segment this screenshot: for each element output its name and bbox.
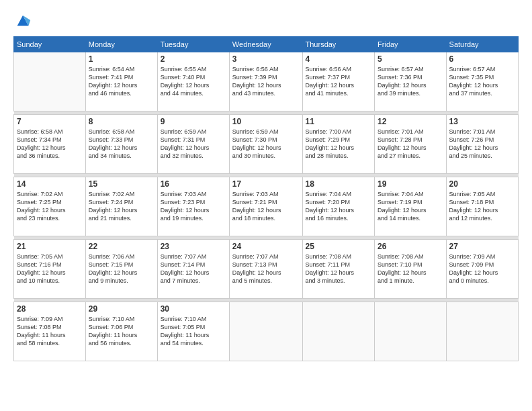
day-number: 15 [89, 179, 154, 189]
calendar-cell: 28Sunrise: 7:09 AMSunset: 7:08 PMDayligh… [14, 302, 86, 361]
calendar-cell: 17Sunrise: 7:03 AMSunset: 7:21 PMDayligh… [229, 177, 302, 236]
day-header-wednesday: Wednesday [229, 37, 302, 52]
page-header [13, 11, 519, 30]
day-info: Sunrise: 6:57 AMSunset: 7:35 PMDaylight:… [449, 65, 515, 98]
calendar-cell [14, 52, 86, 111]
calendar-cell [446, 302, 518, 361]
day-number: 10 [232, 117, 300, 126]
day-info: Sunrise: 7:08 AMSunset: 7:10 PMDaylight:… [378, 253, 443, 285]
calendar-cell: 20Sunrise: 7:05 AMSunset: 7:18 PMDayligh… [446, 177, 518, 236]
calendar-cell: 23Sunrise: 7:07 AMSunset: 7:14 PMDayligh… [157, 240, 229, 299]
calendar-cell: 3Sunrise: 6:56 AMSunset: 7:39 PMDaylight… [229, 52, 302, 111]
day-info: Sunrise: 7:02 AMSunset: 7:24 PMDaylight:… [89, 190, 154, 223]
day-number: 25 [306, 242, 372, 251]
day-info: Sunrise: 7:02 AMSunset: 7:25 PMDaylight:… [17, 190, 83, 223]
day-number: 4 [306, 54, 372, 64]
day-number: 5 [378, 54, 443, 64]
day-info: Sunrise: 7:05 AMSunset: 7:16 PMDaylight:… [17, 253, 83, 285]
calendar-table: SundayMondayTuesdayWednesdayThursdayFrid… [13, 36, 519, 361]
day-info: Sunrise: 7:07 AMSunset: 7:13 PMDaylight:… [232, 253, 300, 285]
calendar-cell [229, 302, 302, 361]
day-number: 12 [378, 117, 443, 126]
day-number: 17 [232, 179, 300, 189]
day-info: Sunrise: 7:04 AMSunset: 7:19 PMDaylight:… [378, 190, 443, 223]
calendar-cell [375, 302, 447, 361]
day-info: Sunrise: 7:03 AMSunset: 7:23 PMDaylight:… [161, 190, 226, 223]
day-info: Sunrise: 6:57 AMSunset: 7:36 PMDaylight:… [378, 65, 443, 98]
day-info: Sunrise: 7:05 AMSunset: 7:18 PMDaylight:… [449, 190, 515, 223]
day-info: Sunrise: 6:56 AMSunset: 7:37 PMDaylight:… [306, 65, 372, 98]
day-number: 26 [378, 242, 443, 251]
day-number: 30 [161, 304, 226, 314]
calendar-cell: 25Sunrise: 7:08 AMSunset: 7:11 PMDayligh… [302, 240, 375, 299]
day-info: Sunrise: 7:01 AMSunset: 7:28 PMDaylight:… [378, 128, 443, 161]
day-number: 27 [449, 242, 515, 251]
day-number: 21 [17, 242, 83, 251]
calendar-cell: 26Sunrise: 7:08 AMSunset: 7:10 PMDayligh… [375, 240, 447, 299]
calendar-cell [302, 302, 375, 361]
calendar-cell: 13Sunrise: 7:01 AMSunset: 7:26 PMDayligh… [446, 115, 518, 174]
calendar-cell: 21Sunrise: 7:05 AMSunset: 7:16 PMDayligh… [14, 240, 86, 299]
day-number: 18 [306, 179, 372, 189]
calendar-cell: 10Sunrise: 6:59 AMSunset: 7:30 PMDayligh… [229, 115, 302, 174]
day-info: Sunrise: 6:55 AMSunset: 7:40 PMDaylight:… [161, 65, 226, 98]
day-info: Sunrise: 6:54 AMSunset: 7:41 PMDaylight:… [89, 65, 154, 98]
calendar-cell: 29Sunrise: 7:10 AMSunset: 7:06 PMDayligh… [85, 302, 157, 361]
calendar-cell: 7Sunrise: 6:58 AMSunset: 7:34 PMDaylight… [14, 115, 86, 174]
day-number: 9 [161, 117, 226, 126]
day-header-tuesday: Tuesday [157, 37, 229, 52]
day-number: 23 [161, 242, 226, 251]
calendar-cell: 16Sunrise: 7:03 AMSunset: 7:23 PMDayligh… [157, 177, 229, 236]
day-info: Sunrise: 6:59 AMSunset: 7:30 PMDaylight:… [232, 128, 300, 161]
calendar-cell: 8Sunrise: 6:58 AMSunset: 7:33 PMDaylight… [85, 115, 157, 174]
calendar-cell: 18Sunrise: 7:04 AMSunset: 7:20 PMDayligh… [302, 177, 375, 236]
calendar-cell: 19Sunrise: 7:04 AMSunset: 7:19 PMDayligh… [375, 177, 447, 236]
day-number: 14 [17, 179, 83, 189]
day-number: 20 [449, 179, 515, 189]
day-info: Sunrise: 7:04 AMSunset: 7:20 PMDaylight:… [306, 190, 372, 223]
calendar-cell: 4Sunrise: 6:56 AMSunset: 7:37 PMDaylight… [302, 52, 375, 111]
day-info: Sunrise: 6:59 AMSunset: 7:31 PMDaylight:… [161, 128, 226, 161]
day-number: 1 [89, 54, 154, 64]
day-info: Sunrise: 7:00 AMSunset: 7:29 PMDaylight:… [306, 128, 372, 161]
day-number: 24 [232, 242, 300, 251]
calendar-cell: 22Sunrise: 7:06 AMSunset: 7:15 PMDayligh… [85, 240, 157, 299]
day-number: 13 [449, 117, 515, 126]
calendar-cell: 1Sunrise: 6:54 AMSunset: 7:41 PMDaylight… [85, 52, 157, 111]
day-info: Sunrise: 7:10 AMSunset: 7:06 PMDaylight:… [89, 315, 154, 348]
calendar-cell: 12Sunrise: 7:01 AMSunset: 7:28 PMDayligh… [375, 115, 447, 174]
calendar-cell: 11Sunrise: 7:00 AMSunset: 7:29 PMDayligh… [302, 115, 375, 174]
calendar-cell: 2Sunrise: 6:55 AMSunset: 7:40 PMDaylight… [157, 52, 229, 111]
day-number: 19 [378, 179, 443, 189]
day-info: Sunrise: 7:06 AMSunset: 7:15 PMDaylight:… [89, 253, 154, 285]
day-info: Sunrise: 7:10 AMSunset: 7:05 PMDaylight:… [161, 315, 226, 348]
calendar-cell: 15Sunrise: 7:02 AMSunset: 7:24 PMDayligh… [85, 177, 157, 236]
day-header-monday: Monday [85, 37, 157, 52]
day-info: Sunrise: 7:08 AMSunset: 7:11 PMDaylight:… [306, 253, 372, 285]
day-info: Sunrise: 7:03 AMSunset: 7:21 PMDaylight:… [232, 190, 300, 223]
day-number: 7 [17, 117, 83, 126]
day-number: 11 [306, 117, 372, 126]
calendar-cell: 30Sunrise: 7:10 AMSunset: 7:05 PMDayligh… [157, 302, 229, 361]
day-info: Sunrise: 6:58 AMSunset: 7:33 PMDaylight:… [89, 128, 154, 161]
day-number: 29 [89, 304, 154, 314]
logo [13, 11, 35, 30]
day-number: 6 [449, 54, 515, 64]
calendar-cell: 9Sunrise: 6:59 AMSunset: 7:31 PMDaylight… [157, 115, 229, 174]
calendar-cell: 5Sunrise: 6:57 AMSunset: 7:36 PMDaylight… [375, 52, 447, 111]
calendar-cell: 24Sunrise: 7:07 AMSunset: 7:13 PMDayligh… [229, 240, 302, 299]
day-number: 16 [161, 179, 226, 189]
day-info: Sunrise: 6:58 AMSunset: 7:34 PMDaylight:… [17, 128, 83, 161]
calendar-cell: 14Sunrise: 7:02 AMSunset: 7:25 PMDayligh… [14, 177, 86, 236]
day-header-thursday: Thursday [302, 37, 375, 52]
day-info: Sunrise: 7:01 AMSunset: 7:26 PMDaylight:… [449, 128, 515, 161]
day-info: Sunrise: 6:56 AMSunset: 7:39 PMDaylight:… [232, 65, 300, 98]
day-info: Sunrise: 7:09 AMSunset: 7:08 PMDaylight:… [17, 315, 83, 348]
day-header-saturday: Saturday [446, 37, 518, 52]
day-number: 2 [161, 54, 226, 64]
day-number: 22 [89, 242, 154, 251]
day-number: 8 [89, 117, 154, 126]
day-info: Sunrise: 7:09 AMSunset: 7:09 PMDaylight:… [449, 253, 515, 285]
day-header-sunday: Sunday [14, 37, 86, 52]
day-number: 3 [232, 54, 300, 64]
